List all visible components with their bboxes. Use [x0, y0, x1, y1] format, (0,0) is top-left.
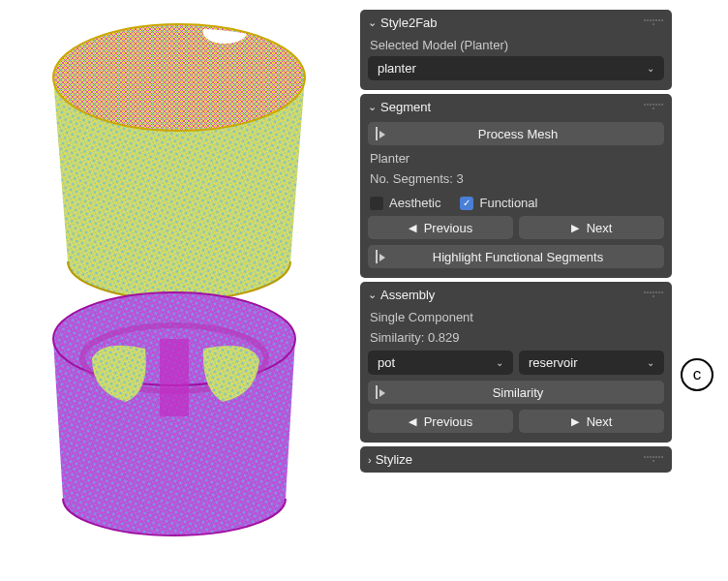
figure-label-c: c: [681, 358, 713, 391]
process-icon: [376, 127, 389, 140]
triangle-left-icon: ◀: [409, 415, 416, 428]
next-assembly-button[interactable]: ▶ Next: [519, 410, 664, 433]
properties-panel-stack: ⌄ Style2Fab Selected Model (Planter) pla…: [360, 10, 672, 473]
prev-label: Previous: [424, 221, 473, 235]
chevron-right-icon: ›: [368, 454, 372, 466]
drag-handle-icon[interactable]: [643, 291, 664, 299]
process-mesh-label: Process Mesh: [379, 127, 656, 141]
panel-title: Style2Fab: [380, 15, 639, 30]
3d-viewport[interactable]: [10, 10, 349, 552]
triangle-right-icon: ▶: [571, 222, 579, 234]
mesh-render-svg: [10, 10, 349, 552]
panel-title: Stylize: [376, 452, 639, 467]
triangle-right-icon: ▶: [571, 415, 579, 428]
drag-handle-icon[interactable]: [643, 19, 664, 27]
similarity-button[interactable]: Similarity: [368, 381, 664, 404]
caret-down-icon: ⌄: [647, 63, 654, 74]
caret-down-icon: ⌄: [496, 357, 503, 368]
stylize-header[interactable]: › Stylize: [368, 452, 664, 467]
select-b-value: reservoir: [529, 355, 578, 370]
prev-label: Previous: [424, 414, 473, 429]
panel-title: Segment: [380, 100, 639, 114]
aesthetic-label: Aesthetic: [389, 196, 440, 210]
segment-type-checkboxes: Aesthetic Functional: [370, 196, 664, 210]
selected-model-value: planter: [378, 61, 416, 76]
process-mesh-button[interactable]: Process Mesh: [368, 122, 664, 145]
style2fab-panel: ⌄ Style2Fab Selected Model (Planter) pla…: [360, 10, 672, 90]
highlight-functional-button[interactable]: Highlight Functional Segments: [368, 245, 664, 268]
next-label: Next: [587, 221, 613, 235]
segment-header[interactable]: ⌄ Segment: [368, 100, 664, 114]
triangle-left-icon: ◀: [409, 222, 416, 234]
select-a-value: pot: [378, 355, 395, 370]
similarity-value-label: Similarity: 0.829: [370, 330, 664, 345]
chevron-down-icon: ⌄: [368, 101, 377, 113]
process-icon: [376, 385, 389, 399]
panel-title: Assembly: [380, 288, 639, 302]
drag-handle-icon[interactable]: [643, 104, 664, 111]
segment-panel: ⌄ Segment Process Mesh Planter No. Segme…: [360, 94, 672, 278]
assembly-panel: ⌄ Assembly Single Component Similarity: …: [360, 282, 672, 443]
next-label: Next: [587, 414, 613, 429]
selected-model-dropdown[interactable]: planter ⌄: [368, 56, 664, 80]
assembly-select-a[interactable]: pot ⌄: [368, 351, 513, 375]
checkbox-box: [370, 197, 383, 210]
aesthetic-checkbox[interactable]: Aesthetic: [370, 196, 440, 210]
segments-count-label: No. Segments: 3: [370, 171, 664, 186]
component-label: Single Component: [370, 310, 664, 324]
assembly-header[interactable]: ⌄ Assembly: [368, 288, 664, 302]
previous-assembly-button[interactable]: ◀ Previous: [368, 410, 513, 433]
process-icon: [376, 250, 389, 263]
caret-down-icon: ⌄: [647, 357, 654, 368]
drag-handle-icon[interactable]: [643, 456, 664, 464]
checkbox-box-checked: [460, 197, 473, 210]
functional-checkbox[interactable]: Functional: [460, 196, 537, 210]
assembly-select-b[interactable]: reservoir ⌄: [519, 351, 664, 375]
model-name-label: Planter: [370, 151, 664, 166]
selected-model-label: Selected Model (Planter): [370, 38, 664, 52]
style2fab-header[interactable]: ⌄ Style2Fab: [368, 15, 664, 30]
figure-label-text: c: [693, 365, 702, 384]
chevron-down-icon: ⌄: [368, 16, 377, 29]
stylize-panel: › Stylize: [360, 446, 672, 473]
previous-segment-button[interactable]: ◀ Previous: [368, 216, 513, 239]
next-segment-button[interactable]: ▶ Next: [519, 216, 664, 239]
chevron-down-icon: ⌄: [368, 289, 377, 301]
functional-label: Functional: [479, 196, 537, 210]
similarity-btn-label: Similarity: [379, 385, 656, 400]
highlight-label: Highlight Functional Segments: [379, 250, 656, 264]
